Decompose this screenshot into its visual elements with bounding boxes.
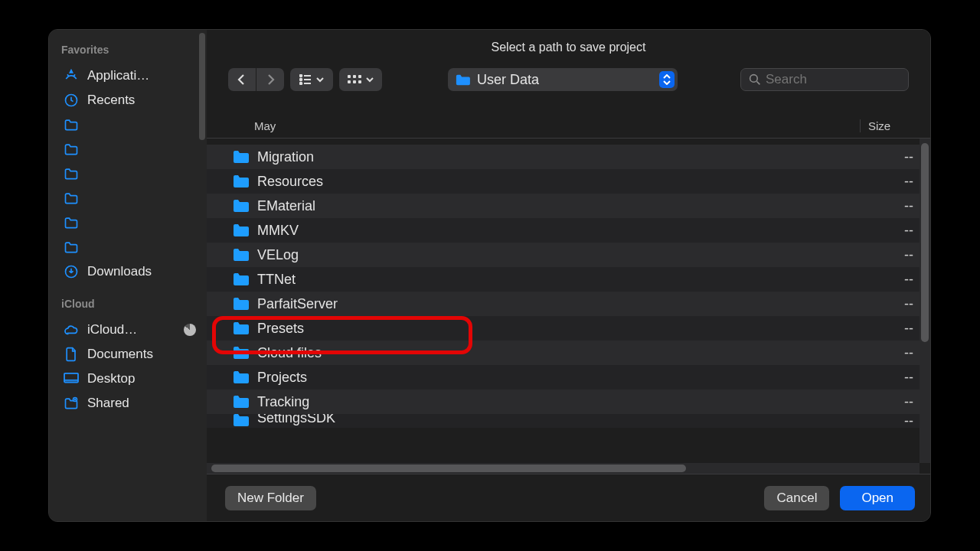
folder-icon: [63, 239, 80, 256]
path-popup[interactable]: User Data: [448, 68, 678, 91]
folder-icon: [231, 198, 250, 214]
file-row[interactable]: Tracking--: [207, 390, 930, 414]
file-size: --: [904, 223, 913, 239]
file-name: TTNet: [257, 272, 296, 288]
file-name: Tracking: [257, 394, 309, 410]
file-row[interactable]: Resources--: [207, 169, 930, 194]
list-icon: [299, 74, 312, 85]
sidebar-item-label: Applicati…: [87, 68, 196, 83]
file-row[interactable]: Migration--: [207, 145, 930, 169]
file-size: --: [904, 370, 913, 386]
file-size: --: [904, 272, 913, 288]
file-name: ParfaitServer: [257, 296, 338, 312]
sidebar: Favorites Applicati… Recents: [49, 30, 207, 521]
file-size: --: [904, 296, 913, 312]
search-field[interactable]: [740, 68, 909, 91]
file-size: --: [904, 414, 913, 428]
sidebar-item-folder[interactable]: [61, 137, 199, 161]
file-row[interactable]: SettingsSDK--: [207, 414, 930, 428]
file-size: --: [904, 394, 913, 410]
nav-forward-button[interactable]: [256, 68, 284, 91]
folder-icon: [231, 321, 250, 336]
sidebar-item-folder[interactable]: [61, 210, 199, 235]
sidebar-item-label: Recents: [87, 93, 196, 108]
folder-icon: [231, 174, 250, 189]
file-name: SettingsSDK: [257, 414, 335, 426]
toolbar: User Data: [207, 62, 930, 97]
folder-icon: [63, 214, 80, 231]
cancel-button[interactable]: Cancel: [764, 486, 829, 510]
path-chevrons-icon: [659, 71, 675, 88]
search-icon: [749, 73, 761, 86]
doc-icon: [63, 346, 80, 363]
folder-icon: [63, 116, 80, 133]
file-name: MMKV: [257, 223, 299, 239]
column-date[interactable]: May: [254, 119, 276, 132]
sidebar-header-icloud: iCloud: [61, 298, 199, 310]
sidebar-item-documents[interactable]: Documents: [61, 342, 199, 367]
sidebar-scrollbar[interactable]: [199, 33, 205, 140]
file-row[interactable]: Projects--: [207, 365, 930, 390]
file-row[interactable]: TTNet--: [207, 267, 930, 292]
bottom-bar: New Folder Cancel Open: [207, 474, 930, 521]
folder-icon: [454, 73, 471, 86]
sidebar-item-folder[interactable]: [61, 186, 199, 210]
view-mode-button[interactable]: [290, 68, 333, 91]
folder-icon: [231, 345, 250, 360]
sidebar-item-desktop[interactable]: Desktop: [61, 367, 199, 391]
file-name: VELog: [257, 247, 299, 263]
open-button[interactable]: Open: [840, 486, 915, 510]
apps-icon: [63, 67, 80, 84]
sidebar-item-icloud-drive[interactable]: iCloud…: [61, 318, 199, 342]
nav-back-button[interactable]: [228, 68, 256, 91]
svg-point-5: [300, 79, 302, 81]
sidebar-item-folder[interactable]: [61, 161, 199, 186]
search-input[interactable]: [766, 72, 900, 87]
sidebar-item-label: Shared: [87, 396, 196, 411]
horizontal-scrollbar[interactable]: [207, 463, 920, 474]
svg-rect-11: [353, 80, 356, 83]
file-row[interactable]: VELog--: [207, 243, 930, 267]
sidebar-item-applications[interactable]: Applicati…: [61, 64, 199, 88]
sidebar-item-downloads[interactable]: Downloads: [61, 259, 199, 284]
file-size: --: [904, 321, 913, 337]
svg-rect-7: [348, 75, 351, 78]
file-row[interactable]: Presets--: [207, 316, 930, 341]
vertical-scrollbar[interactable]: [920, 139, 930, 463]
sidebar-item-label: Documents: [87, 347, 196, 362]
svg-rect-12: [358, 80, 361, 83]
file-name: Presets: [257, 321, 304, 337]
chevron-down-icon: [366, 77, 374, 83]
dialog-title: Select a path to save project: [207, 30, 930, 62]
new-folder-button[interactable]: New Folder: [225, 486, 316, 510]
folder-icon: [231, 296, 250, 311]
sidebar-item-folder[interactable]: [61, 112, 199, 137]
grid-icon: [348, 75, 361, 84]
svg-point-13: [750, 75, 758, 83]
folder-icon: [231, 149, 250, 165]
file-name: Projects: [257, 370, 307, 386]
file-dialog: Favorites Applicati… Recents: [48, 29, 931, 522]
svg-rect-2: [64, 373, 78, 383]
sidebar-item-label: Downloads: [87, 264, 196, 279]
sidebar-item-label: iCloud…: [87, 322, 176, 337]
file-row[interactable]: EMaterial--: [207, 194, 930, 218]
sidebar-item-shared[interactable]: Shared: [61, 391, 199, 416]
file-list: Migration--Resources--EMaterial--MMKV--V…: [207, 139, 930, 474]
svg-rect-10: [348, 80, 351, 83]
sidebar-header-favorites: Favorites: [61, 44, 199, 56]
file-size: --: [904, 247, 913, 263]
file-row[interactable]: MMKV--: [207, 218, 930, 243]
file-row[interactable]: Cloud files--: [207, 341, 930, 365]
column-headers: May Size: [207, 114, 930, 139]
sidebar-item-folder[interactable]: [61, 235, 199, 259]
sidebar-item-recents[interactable]: Recents: [61, 88, 199, 112]
column-size[interactable]: Size: [860, 119, 920, 132]
file-name: EMaterial: [257, 198, 315, 214]
file-row[interactable]: ParfaitServer--: [207, 292, 930, 316]
group-by-button[interactable]: [339, 68, 382, 91]
file-name: Cloud files: [257, 345, 322, 361]
svg-point-4: [300, 75, 302, 77]
folder-icon: [63, 190, 80, 207]
folder-icon: [231, 223, 250, 238]
